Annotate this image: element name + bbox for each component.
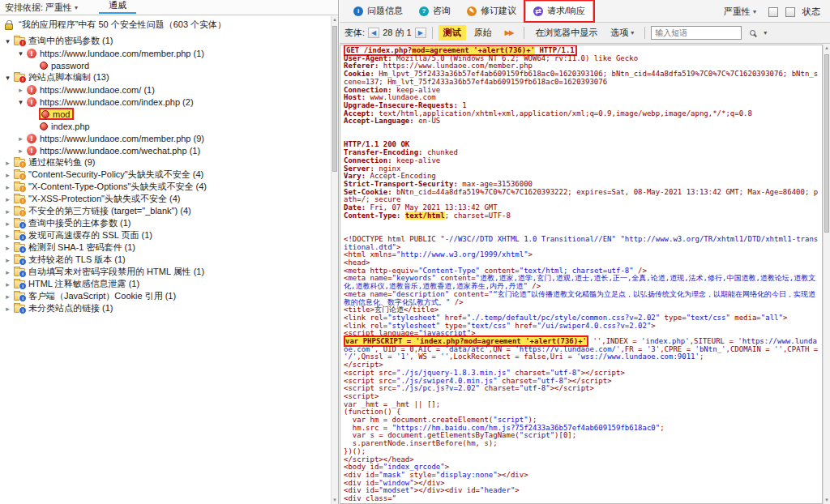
expand-arrow-icon[interactable] bbox=[2, 232, 13, 240]
issues-secondary-tab[interactable]: 通威 bbox=[99, 0, 136, 14]
tree-item[interactable]: index.php bbox=[0, 120, 338, 132]
tree-item[interactable]: https://www.lundaoe.com/wechat.php (1) bbox=[0, 144, 338, 156]
collapse-arrow-icon[interactable] bbox=[15, 98, 26, 106]
tree-item[interactable]: 检测到 SHA-1 密码套件 (1) bbox=[0, 241, 338, 254]
tree-item-content[interactable]: 客户端（JavaScript）Cookie 引用 (1) bbox=[13, 290, 178, 302]
search-options-chevron-icon[interactable]: ▾ bbox=[764, 29, 767, 36]
tree-item-content[interactable]: 支持较老的 TLS 版本 (1) bbox=[13, 254, 128, 266]
tree-item[interactable]: "X-Content-Type-Options"头缺失或不安全 (4) bbox=[0, 181, 338, 193]
test-view-button[interactable]: 测试 bbox=[439, 25, 466, 41]
expand-arrow-icon[interactable] bbox=[15, 147, 26, 155]
next-variant-button[interactable]: ▶ bbox=[415, 28, 426, 38]
http-line: var _hmt = _hmt || []; bbox=[344, 401, 819, 409]
tree-item[interactable]: password bbox=[0, 59, 338, 71]
tree-item[interactable]: https://www.lundaoe.com/member.php (1) bbox=[0, 47, 338, 59]
tree-item[interactable]: 跨站点脚本编制 (13) bbox=[0, 71, 338, 83]
phrase-search-input[interactable] bbox=[651, 26, 742, 40]
scroll-up-icon[interactable]: ▲ bbox=[332, 16, 338, 23]
tree-item-content[interactable]: 发现可高速缓存的 SSL 页面 (1) bbox=[13, 229, 155, 241]
tree-item-content[interactable]: https://www.lundaoe.com/wechat.php (1) bbox=[26, 144, 203, 156]
tree-item[interactable]: "Content-Security-Policy"头缺失或不安全 (4) bbox=[0, 169, 338, 181]
expand-arrow-icon[interactable] bbox=[2, 268, 13, 276]
expand-arrow-icon[interactable] bbox=[2, 207, 13, 216]
http-line: <meta name="keywords" content="道教,道家,道学,… bbox=[344, 275, 819, 290]
expand-arrow-icon[interactable] bbox=[2, 220, 13, 228]
scrollbar-thumb[interactable] bbox=[332, 26, 337, 172]
tree-item[interactable]: "X-XSS-Protection"头缺失或不安全 (4) bbox=[0, 193, 338, 205]
tree-item-content[interactable]: 检测到 SHA-1 密码套件 (1) bbox=[13, 241, 138, 254]
tab-request-response[interactable]: ⇄ 请求/响应 bbox=[525, 1, 593, 21]
scroll-down-icon[interactable]: ▼ bbox=[824, 497, 830, 504]
tree-item[interactable]: 客户端（JavaScript）Cookie 引用 (1) bbox=[0, 290, 338, 302]
tree-item-content[interactable]: https://www.lundaoe.com/ (1) bbox=[26, 83, 157, 96]
tree-item[interactable]: 未分类站点的链接 (1) bbox=[0, 302, 338, 314]
tree-item[interactable]: mod bbox=[0, 108, 338, 120]
tree-item-content[interactable]: "X-Content-Type-Options"头缺失或不安全 (4) bbox=[13, 181, 209, 193]
expand-arrow-icon[interactable] bbox=[2, 159, 13, 167]
collapse-arrow-icon[interactable] bbox=[15, 49, 26, 58]
tree-item-content[interactable]: 未分类站点的链接 (1) bbox=[13, 302, 116, 314]
arrange-by-dropdown[interactable]: 安排依据: 严重性 ▾ bbox=[5, 2, 78, 14]
expand-arrow-icon[interactable] bbox=[2, 183, 13, 191]
tree-item-content[interactable]: HTML 注释敏感信息泄露 (1) bbox=[13, 278, 142, 290]
tree-item[interactable]: 通过框架钓鱼 (9) bbox=[0, 156, 338, 169]
expand-arrow-icon[interactable] bbox=[2, 305, 13, 313]
tree-item[interactable]: 不安全的第三方链接 (target="_blank") (4) bbox=[0, 205, 338, 217]
scrollbar-thumb[interactable] bbox=[824, 54, 829, 233]
tree-item-content[interactable]: "Content-Security-Policy"头缺失或不安全 (4) bbox=[13, 169, 206, 181]
tree-item-content[interactable]: index.php bbox=[39, 120, 92, 132]
tree-item-content[interactable]: https://www.lundaoe.com/member.php (9) bbox=[26, 132, 207, 144]
tab-advisory[interactable]: ? 咨询 bbox=[412, 2, 458, 20]
tab-issue-information[interactable]: i 问题信息 bbox=[346, 2, 410, 20]
collapse-arrow-icon[interactable] bbox=[2, 74, 13, 82]
tree-item-label: https://www.lundaoe.com/index.php (2) bbox=[40, 97, 194, 107]
http-view[interactable]: GET /index.php?mod=agreement '+alert(736… bbox=[340, 45, 823, 504]
tree-item[interactable]: 自动填写未对密码字段禁用的 HTML 属性 (1) bbox=[0, 266, 338, 278]
columns-icon[interactable] bbox=[785, 7, 795, 17]
tree-item[interactable]: https://www.lundaoe.com/member.php (9) bbox=[0, 132, 338, 144]
tree-item-content[interactable]: 查询中接受的主体参数 (1) bbox=[13, 217, 134, 229]
tree-item-content[interactable]: "X-XSS-Protection"头缺失或不安全 (4) bbox=[13, 193, 183, 205]
tree-item-content[interactable]: 跨站点脚本编制 (13) bbox=[13, 71, 112, 83]
tree-item[interactable]: https://www.lundaoe.com/index.php (2) bbox=[0, 96, 338, 108]
scroll-up-icon[interactable]: ▲ bbox=[824, 45, 830, 52]
expand-arrow-icon[interactable] bbox=[15, 135, 26, 143]
options-dropdown[interactable]: 选项 ▾ bbox=[605, 25, 639, 41]
search-button[interactable] bbox=[745, 28, 760, 37]
collapse-arrow-icon[interactable] bbox=[2, 37, 13, 45]
tree-item[interactable]: 查询中接受的主体参数 (1) bbox=[0, 217, 338, 229]
expand-arrow-icon[interactable] bbox=[15, 86, 26, 94]
tree-item-content[interactable]: 查询中的密码参数 (1) bbox=[13, 35, 116, 47]
next-highlight-button[interactable]: ▶▶ bbox=[500, 28, 518, 38]
expand-arrow-icon[interactable] bbox=[2, 244, 13, 252]
expand-arrow-icon[interactable] bbox=[2, 280, 13, 288]
issue-tree[interactable]: 查询中的密码参数 (1)https://www.lundaoe.com/memb… bbox=[0, 35, 338, 314]
tree-item-content[interactable]: mod bbox=[39, 108, 74, 120]
show-in-browser-button[interactable]: 在浏览器中显示 bbox=[530, 25, 602, 41]
expand-arrow-icon[interactable] bbox=[2, 293, 13, 301]
tree-item-content[interactable]: https://www.lundaoe.com/index.php (2) bbox=[26, 96, 196, 108]
tree-item[interactable]: 查询中的密码参数 (1) bbox=[0, 35, 338, 47]
expand-arrow-icon[interactable] bbox=[2, 171, 13, 179]
previous-variant-button[interactable]: ◀ bbox=[368, 28, 379, 38]
tree-item[interactable]: https://www.lundaoe.com/ (1) bbox=[0, 83, 338, 96]
tree-item-content[interactable]: https://www.lundaoe.com/member.php (1) bbox=[26, 47, 207, 59]
issue-dot-icon bbox=[40, 62, 48, 70]
right-scrollbar[interactable]: ▲ ▼ bbox=[823, 45, 830, 504]
left-scrollbar[interactable]: ▲ ▼ bbox=[331, 16, 338, 504]
tree-item-label: 跨站点脚本编制 (13) bbox=[28, 71, 109, 83]
tree-item-content[interactable]: 通过框架钓鱼 (9) bbox=[13, 156, 98, 169]
tree-item[interactable]: 支持较老的 TLS 版本 (1) bbox=[0, 254, 338, 266]
tree-item-content[interactable]: password bbox=[39, 59, 92, 71]
tree-item[interactable]: 发现可高速缓存的 SSL 页面 (1) bbox=[0, 229, 338, 241]
tree-item[interactable]: HTML 注释敏感信息泄露 (1) bbox=[0, 278, 338, 290]
expand-arrow-icon[interactable] bbox=[2, 195, 13, 203]
tree-item-content[interactable]: 自动填写未对密码字段禁用的 HTML 属性 (1) bbox=[13, 266, 207, 278]
scroll-down-icon[interactable]: ▼ bbox=[332, 497, 338, 504]
tree-item-content[interactable]: 不安全的第三方链接 (target="_blank") (4) bbox=[13, 205, 194, 217]
tab-fix-recommendation[interactable]: ✎ 修订建议 bbox=[460, 2, 524, 20]
original-view-button[interactable]: 原始 bbox=[469, 25, 497, 41]
layout-icon[interactable] bbox=[768, 7, 778, 17]
severity-dropdown[interactable]: 严重性 ▾ bbox=[719, 4, 761, 19]
expand-arrow-icon[interactable] bbox=[2, 256, 13, 264]
